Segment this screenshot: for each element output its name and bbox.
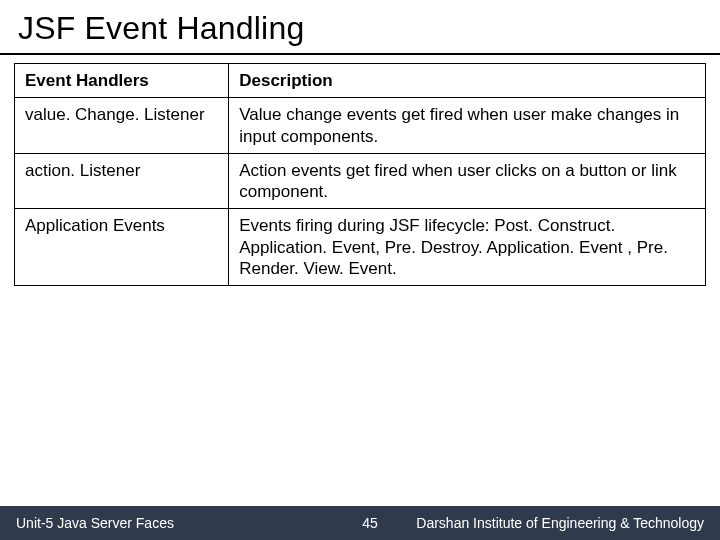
handler-name: Application Events (15, 209, 229, 286)
footer-institute: Darshan Institute of Engineering & Techn… (416, 515, 704, 531)
footer-page-number: 45 (350, 515, 390, 531)
event-handlers-table: Event Handlers Description value. Change… (14, 63, 706, 286)
table-row: action. Listener Action events get fired… (15, 153, 706, 209)
footer-bar: Unit-5 Java Server Faces 45 Darshan Inst… (0, 506, 720, 540)
slide: JSF Event Handling Event Handlers Descri… (0, 0, 720, 540)
handler-description: Action events get fired when user clicks… (229, 153, 706, 209)
handler-description: Events firing during JSF lifecycle: Post… (229, 209, 706, 286)
footer-unit: Unit-5 Java Server Faces (0, 515, 174, 531)
header-event-handlers: Event Handlers (15, 64, 229, 98)
handler-name: action. Listener (15, 153, 229, 209)
handler-name: value. Change. Listener (15, 98, 229, 154)
header-description: Description (229, 64, 706, 98)
table-header-row: Event Handlers Description (15, 64, 706, 98)
table-row: Application Events Events firing during … (15, 209, 706, 286)
table-row: value. Change. Listener Value change eve… (15, 98, 706, 154)
handler-description: Value change events get fired when user … (229, 98, 706, 154)
table-container: Event Handlers Description value. Change… (0, 55, 720, 286)
page-title: JSF Event Handling (0, 0, 720, 53)
